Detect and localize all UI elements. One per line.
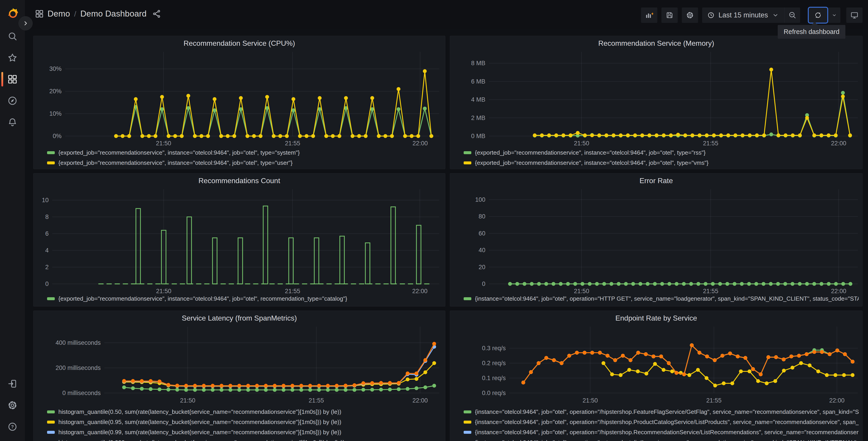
dashboards-icon [35,9,44,18]
x-axis-label: 22:00 [412,140,428,147]
save-dashboard-button[interactable] [661,7,678,23]
legend-item[interactable]: {instance="otelcol:9464", job="otel", op… [475,439,859,441]
cycle-view-mode-button[interactable] [846,7,863,23]
chart-error-rate[interactable]: 02040608010021:5021:5522:00 [450,173,862,306]
search-icon [7,31,18,41]
legend-row: {instance="otelcol:9464", job="otel", op… [464,438,859,441]
sidebar-expand-button[interactable] [19,16,33,30]
star-icon [7,53,18,63]
y-axis-label: 30% [49,65,62,72]
legend-row: {exported_job="recommendationservice", i… [47,148,441,157]
legend-item[interactable]: histogram_quantile(0.99, sum(rate(latenc… [58,429,341,436]
legend-item[interactable]: histogram_quantile(0.50, sum(rate(latenc… [58,408,341,415]
sidebar-item-help[interactable]: ? [0,416,25,437]
grafana-logo[interactable] [6,7,19,20]
legend-item[interactable]: {instance="otelcol:9464", job="otel", op… [475,408,859,415]
y-axis-label: 2 MB [471,115,485,121]
x-axis-label: 21:55 [703,288,718,295]
legend-item[interactable]: histogram_quantile(0.95, sum(rate(latenc… [58,419,341,425]
y-axis-label: 10 [42,197,49,204]
y-axis-label: 20 [478,264,485,270]
panel-memory: Recommendation Service (Memory)0 MB2 MB4… [450,36,863,169]
legend-swatch [464,151,471,154]
legend-item[interactable]: histogram_quantile(0.999, sum(rate(laten… [58,439,345,441]
refresh-group [808,7,840,24]
legend-row: {exported_job="recommendationservice", i… [47,295,441,303]
dashboard-grid: Recommendation Service (CPU%)0%10%20%30%… [33,36,863,441]
x-axis-label: 22:00 [831,288,846,295]
x-axis-label: 22:00 [412,288,428,295]
legend-row: histogram_quantile(0.99, sum(rate(latenc… [47,428,441,436]
x-axis-label: 21:55 [706,397,722,404]
x-axis-label: 22:00 [831,140,846,147]
y-axis-label: 6 MB [471,78,485,85]
clock-icon [707,11,715,19]
y-axis-label: 60 [478,230,485,237]
sidebar-item-sign-in[interactable] [0,374,25,394]
legend-row: {exported_job="recommendationservice", i… [464,159,859,167]
time-range-label: Last 15 minutes [718,11,768,19]
legend-swatch [464,410,471,413]
x-axis-label: 22:00 [829,397,845,404]
breadcrumb-section[interactable]: Demo [48,9,70,19]
y-axis-label: 400 milliseconds [56,340,101,346]
time-range-picker[interactable]: Last 15 minutes [702,11,784,19]
breadcrumb-page[interactable]: Demo Dashboard [80,9,147,19]
legend-item[interactable]: {instance="otelcol:9464", job="otel", op… [475,429,859,436]
x-axis-label: 21:55 [309,397,324,404]
x-axis-label: 22:00 [412,397,428,404]
legend-swatch [47,421,55,423]
legend-item[interactable]: {exported_job="recommendationservice", i… [475,159,709,167]
gear-icon [7,400,18,410]
share-icon[interactable] [152,9,161,18]
y-axis-label: 0 [45,281,49,287]
dashboard-settings-button[interactable] [682,7,698,23]
chart-reco-count[interactable]: 024681021:5021:5522:00 [33,173,445,306]
legend-swatch [464,431,471,434]
sidebar-item-explore[interactable] [0,91,25,111]
y-axis-label: 0% [53,133,62,140]
time-zoom-out-button[interactable] [784,7,800,23]
sidebar-item-alerting[interactable] [0,112,25,133]
refresh-button[interactable] [808,7,828,24]
refresh-interval-dropdown[interactable] [828,7,840,23]
legend-item[interactable]: {exported_job="recommendationservice", i… [475,149,706,156]
y-axis-label: 100 [475,196,485,203]
chevron-down-icon [772,11,779,19]
y-axis-label: 8 [45,213,49,220]
legend-item[interactable]: {exported_job="recommendationservice", i… [58,149,300,156]
legend-item[interactable]: {instance="otelcol:9464", job="otel", op… [475,295,859,302]
sidebar-item-search[interactable] [0,26,25,47]
signin-icon [7,379,18,389]
gear-icon [686,11,694,19]
x-axis-label: 21:50 [180,397,195,404]
sidebar-item-starred[interactable] [0,48,25,68]
legend-item[interactable]: {exported_job="recommendationservice", i… [58,159,292,167]
svg-text:?: ? [11,424,14,429]
y-axis-label: 20% [49,88,62,95]
x-axis-label: 21:50 [583,397,598,404]
help-icon: ? [7,421,18,432]
panel-cpu: Recommendation Service (CPU%)0%10%20%30%… [33,36,445,169]
panel-reco-count: Recommendations Count024681021:5021:5522… [33,173,445,306]
legend-swatch [47,161,55,164]
y-axis-label: 0.3 req/s [482,345,506,352]
y-axis-label: 0 [482,281,485,287]
y-axis-label: 6 [45,230,49,237]
y-axis-label: 40 [478,247,485,254]
legend-item[interactable]: {instance="otelcol:9464", job="otel", op… [475,419,859,425]
chevron-right-icon [22,20,29,27]
legend-swatch [47,431,55,434]
legend-row: {instance="otelcol:9464", job="otel", op… [464,418,859,426]
header: Demo / Demo Dashboard Last 15 minutes [25,0,868,29]
y-axis-label: 0.0 req/s [482,390,506,396]
monitor-icon [850,11,859,19]
tooltip: Refresh dashboard [778,25,845,39]
sidebar-item-administration[interactable] [0,395,25,415]
legend-swatch [464,421,471,423]
legend-item[interactable]: {exported_job="recommendationservice", i… [58,295,347,302]
add-panel-icon [645,11,653,19]
add-panel-button[interactable] [641,7,657,23]
x-axis-label: 21:55 [285,140,300,147]
sidebar-item-dashboards[interactable] [0,69,25,89]
